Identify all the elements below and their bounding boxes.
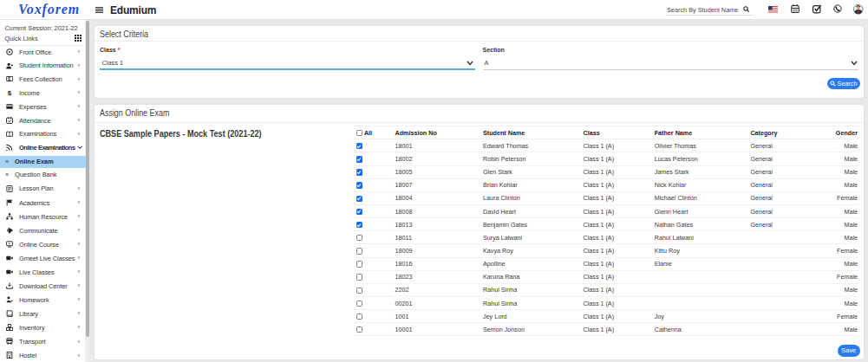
svg-text:$: $ — [8, 77, 10, 81]
svg-text:$: $ — [8, 89, 12, 96]
